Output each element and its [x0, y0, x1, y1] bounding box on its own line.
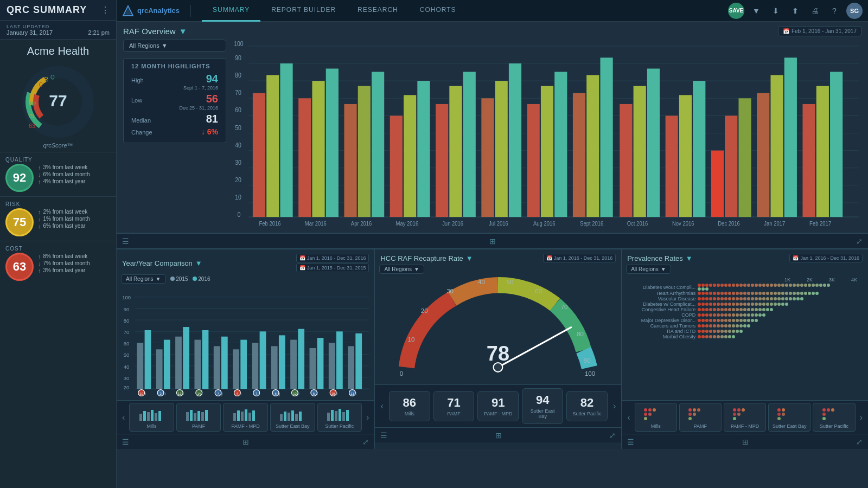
svg-text:70: 70 [124, 329, 129, 335]
tab-cohorts[interactable]: COHORTS [409, 0, 467, 22]
svg-rect-169 [155, 413, 157, 421]
raf-date-badge: 📅 Feb 1, 2016 - Jan 31, 2017 [778, 26, 861, 36]
svg-rect-181 [248, 413, 251, 421]
prev-thumb-sutter-east[interactable]: Sutter East Bay [768, 403, 810, 432]
svg-text:40: 40 [478, 279, 485, 285]
yy-region-select[interactable]: All Regions ▼ [121, 274, 166, 284]
calendar-icon-hcc: 📅 [546, 255, 552, 261]
cost-stat-text-3: 3% from last year [43, 267, 86, 273]
yy-thumb-pamf-mpd[interactable]: PAMF - MPD [223, 403, 268, 432]
menu-icon-yy[interactable]: ☰ [122, 438, 129, 446]
svg-text:0: 0 [400, 370, 403, 377]
print-icon-btn[interactable]: 🖨 [807, 3, 822, 18]
prev-thumb-sutter-pac[interactable]: Sutter Pacific [813, 403, 855, 432]
svg-rect-191 [335, 411, 337, 421]
svg-point-228 [782, 408, 785, 412]
svg-point-212 [644, 413, 647, 416]
raf-region-select[interactable]: All Regions ▼ [123, 40, 226, 52]
sidebar-menu-icon[interactable]: ⋮ [101, 5, 110, 15]
split-icon-prev[interactable]: ⊞ [742, 438, 749, 446]
expand-icon-hcc[interactable]: ⤢ [609, 431, 616, 440]
hcc-prev-btn[interactable]: ‹ [378, 401, 385, 411]
svg-text:May 2016: May 2016 [396, 220, 419, 227]
prev-thumb-strip: ‹ Mills [622, 400, 868, 434]
split-icon-yy[interactable]: ⊞ [242, 438, 249, 446]
prev-condition-dots [698, 308, 773, 311]
share-icon-btn[interactable]: ⬆ [788, 3, 803, 18]
change-label: Change [131, 129, 152, 136]
prev-region-select[interactable]: All Regions ▼ [626, 265, 671, 274]
svg-rect-80 [770, 75, 783, 217]
expand-icon-yy[interactable]: ⤢ [362, 438, 369, 446]
save-button[interactable]: SAVE [728, 3, 744, 19]
tab-summary[interactable]: SUMMARY [202, 0, 260, 22]
hcc-score-pamf-mpd[interactable]: 91 PAMF - MPD [477, 391, 519, 421]
expand-icon-prev[interactable]: ⤢ [856, 438, 863, 446]
prev-next-btn[interactable]: › [858, 413, 865, 422]
yy-next-btn[interactable]: › [364, 413, 371, 422]
expand-icon-mid[interactable]: ⤢ [856, 237, 863, 246]
svg-rect-41 [326, 69, 339, 217]
yy-filter-icon[interactable]: ▼ [195, 259, 202, 267]
yy-date2: 📅 Jan 1, 2015 - Dec 31, 2015 [296, 264, 369, 272]
tab-research[interactable]: RESEARCH [347, 0, 409, 22]
raf-filter-icon[interactable]: ▼ [179, 27, 187, 36]
svg-text:50: 50 [507, 279, 514, 285]
svg-text:90: 90 [235, 54, 241, 61]
cost-label: COST [5, 246, 34, 252]
svg-text:10: 10 [235, 194, 241, 201]
svg-rect-170 [158, 411, 161, 421]
menu-icon-hcc[interactable]: ☰ [380, 431, 387, 440]
svg-point-217 [697, 408, 700, 412]
svg-text:0: 0 [237, 211, 240, 219]
svg-rect-81 [784, 57, 797, 217]
highlight-median: Median 81 [131, 113, 218, 125]
menu-icon-prev[interactable]: ☰ [627, 438, 634, 446]
prev-thumb-mills[interactable]: Mills [635, 403, 677, 432]
svg-rect-44 [358, 86, 371, 217]
user-avatar[interactable]: SG [846, 3, 863, 19]
hcc-score-sutter-pac[interactable]: 82 Sutter Pacific [566, 391, 608, 421]
prev-filter-icon[interactable]: ▼ [686, 254, 693, 262]
svg-point-236 [822, 417, 826, 420]
tab-report-builder[interactable]: REPORT BUILDER [260, 0, 347, 22]
download-icon-btn[interactable]: ⬇ [768, 3, 783, 18]
svg-rect-180 [245, 409, 247, 421]
quality-stat-text-2: 6% from last month [43, 171, 90, 177]
yy-thumb-sutter-pac[interactable]: Sutter Pacific [317, 403, 362, 432]
svg-point-214 [644, 417, 647, 420]
svg-point-226 [733, 417, 736, 420]
hcc-score-pamf[interactable]: 71 PAMF [433, 391, 475, 421]
prevalence-row: Heart Arrhythmias [625, 291, 865, 296]
prev-prev-btn[interactable]: ‹ [625, 413, 632, 422]
svg-text:50: 50 [124, 352, 129, 358]
risk-arrow-2: ↓ [38, 216, 41, 222]
yy-thumb-mills[interactable]: Mills [129, 403, 174, 432]
prev-thumb-pamf[interactable]: PAMF [679, 403, 722, 432]
help-icon-btn[interactable]: ? [827, 3, 842, 18]
raf-region-chevron: ▼ [162, 42, 168, 49]
hcc-region-select[interactable]: All Regions ▼ [379, 265, 424, 274]
hcc-score-mills[interactable]: 86 Mills [389, 391, 430, 421]
risk-score: 75 [5, 208, 34, 236]
yy-prev-btn[interactable]: ‹ [120, 413, 127, 422]
hcc-filter-icon[interactable]: ▼ [466, 254, 473, 262]
svg-text:50: 50 [235, 124, 241, 131]
svg-text:92: 92 [30, 101, 36, 107]
nav-logo: qrcAnalytics [122, 5, 191, 17]
cost-stats: ↑ 8% from last week ↓ 7% from last month… [38, 253, 111, 274]
hcc-next-btn[interactable]: › [611, 401, 618, 411]
split-icon-hcc[interactable]: ⊞ [495, 431, 502, 440]
split-icon-mid[interactable]: ⊞ [489, 237, 496, 246]
hcc-pamf-mpd-val: 91 [482, 396, 514, 410]
prev-thumb-pamf-mpd[interactable]: PAMF - MPD [724, 403, 766, 432]
raf-bar-chart: 0 10 20 30 40 50 60 70 80 90 100 [233, 40, 861, 227]
svg-text:7: 7 [217, 392, 219, 395]
yy-thumb-sutter-east[interactable]: Sutter East Bay [270, 403, 315, 432]
filter-icon-btn[interactable]: ▼ [749, 3, 764, 18]
menu-icon-mid[interactable]: ☰ [122, 237, 129, 246]
quality-arrow-2: ↓ [38, 171, 41, 178]
yy-thumb-pamf-label: PAMF [179, 423, 219, 429]
hcc-score-sutter-east[interactable]: 94 Sutter East Bay [522, 388, 563, 424]
yy-thumb-pamf[interactable]: PAMF [176, 403, 221, 432]
